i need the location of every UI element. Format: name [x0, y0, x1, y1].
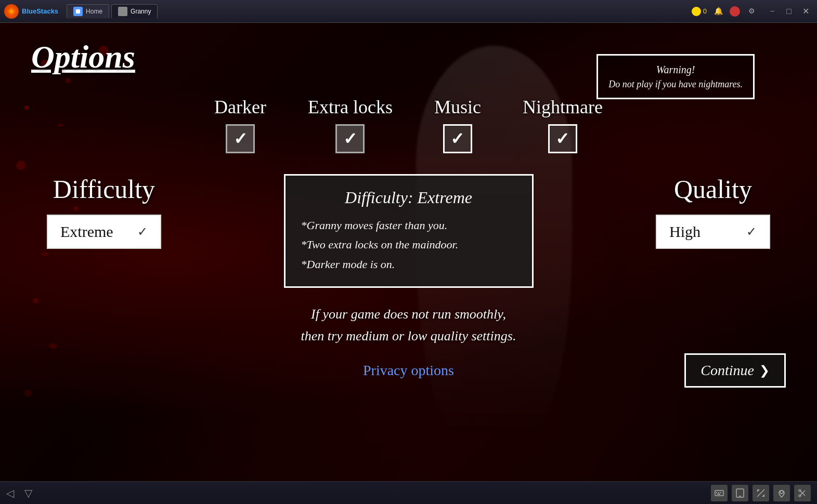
tablet-icon[interactable]	[732, 485, 748, 501]
keyboard-icon[interactable]	[711, 485, 728, 501]
record-icon[interactable]	[730, 6, 740, 17]
taskbar-icons	[711, 485, 811, 501]
brand-name: BlueStacks	[22, 7, 58, 15]
nightmare-label: Nightmare	[523, 96, 603, 118]
difficulty-arrow: ✓	[137, 224, 148, 239]
back-button[interactable]: ◁	[6, 487, 14, 499]
minimize-button[interactable]: −	[765, 4, 780, 19]
music-label: Music	[434, 96, 481, 118]
location-icon[interactable]	[773, 485, 790, 501]
tab-home-label: Home	[86, 8, 102, 15]
game-area: Options Warning! Do not play if you have…	[0, 23, 817, 481]
music-checkmark: ✓	[450, 129, 464, 149]
resize-icon[interactable]	[753, 485, 769, 501]
extra-locks-checkbox[interactable]: ✓	[335, 124, 365, 153]
difficulty-dropdown[interactable]: Extreme ✓	[47, 215, 161, 249]
checkboxes-row: Darker ✓ Extra locks ✓ Music ✓ Nightmare	[31, 96, 786, 153]
settings-icon[interactable]: ⚙	[746, 6, 757, 17]
continue-label: Continue	[701, 362, 754, 379]
tab-granny[interactable]: Granny	[111, 4, 158, 18]
warning-box: Warning! Do not play if you have nightma…	[596, 54, 755, 99]
bottom-section: Privacy options Continue ❯	[31, 362, 786, 379]
taskbar: ◁ ▽	[0, 481, 817, 504]
info-box: Difficulty: Extreme *Granny moves faster…	[284, 174, 534, 288]
continue-button[interactable]: Continue ❯	[684, 353, 786, 388]
maximize-button[interactable]: □	[782, 4, 796, 19]
music-checkbox[interactable]: ✓	[443, 124, 472, 153]
home-button[interactable]: ▽	[24, 487, 32, 499]
extra-locks-checkmark: ✓	[343, 129, 357, 149]
window-controls: − □ ✕	[765, 4, 813, 19]
quality-value: High	[669, 223, 736, 241]
toolbar-icons: 0 🔔 ⚙	[692, 6, 757, 17]
info-box-line1: *Granny moves faster than you.	[301, 216, 516, 235]
difficulty-section: Difficulty Extreme ✓	[31, 174, 177, 249]
close-button[interactable]: ✕	[798, 4, 813, 19]
home-tab-icon	[73, 7, 83, 16]
info-box-title: Difficulty: Extreme	[301, 188, 516, 207]
quality-dropdown[interactable]: High ✓	[656, 215, 770, 249]
svg-rect-9	[739, 496, 741, 497]
quality-section: Quality High ✓	[640, 174, 786, 249]
checkbox-extra-locks: Extra locks ✓	[308, 96, 393, 153]
checkbox-darker: Darker ✓	[214, 96, 266, 153]
nightmare-checkbox[interactable]: ✓	[548, 124, 577, 153]
svg-rect-6	[720, 492, 721, 493]
darker-checkbox[interactable]: ✓	[226, 124, 255, 153]
svg-rect-4	[716, 492, 717, 493]
svg-rect-5	[718, 492, 719, 493]
bluestacks-logo	[4, 4, 19, 19]
tab-home[interactable]: Home	[67, 4, 109, 18]
content-overlay: Options Warning! Do not play if you have…	[0, 23, 817, 481]
middle-section: Difficulty Extreme ✓ Difficulty: Extreme…	[31, 174, 786, 288]
svg-rect-2	[76, 9, 80, 14]
granny-tab-icon	[118, 7, 127, 16]
darker-label: Darker	[214, 96, 266, 118]
coin-display: 0	[692, 7, 707, 16]
hint-text: If your game does not run smoothly,then …	[31, 303, 786, 347]
quality-title: Quality	[674, 174, 752, 204]
warning-line1: Warning!	[608, 62, 743, 77]
difficulty-title: Difficulty	[53, 174, 155, 204]
taskbar-nav: ◁ ▽	[6, 487, 32, 499]
checkbox-nightmare: Nightmare ✓	[523, 96, 603, 153]
tab-granny-label: Granny	[131, 8, 151, 15]
notification-icon[interactable]: 🔔	[713, 6, 723, 17]
quality-arrow: ✓	[746, 224, 757, 239]
cut-icon[interactable]	[794, 485, 811, 501]
brand: BlueStacks	[4, 4, 58, 19]
coin-count: 0	[703, 7, 707, 15]
extra-locks-label: Extra locks	[308, 96, 393, 118]
warning-line2: Do not play if you have nightmares.	[608, 77, 743, 91]
info-box-line2: *Two extra locks on the maindoor.	[301, 235, 516, 254]
coin-icon	[692, 7, 701, 16]
nightmare-checkmark: ✓	[555, 129, 569, 149]
privacy-link[interactable]: Privacy options	[363, 362, 454, 379]
difficulty-value: Extreme	[60, 223, 127, 241]
info-box-line3: *Darker mode is on.	[301, 255, 516, 274]
darker-checkmark: ✓	[234, 129, 248, 149]
page-title: Options	[31, 38, 135, 75]
continue-arrow-icon: ❯	[759, 363, 770, 378]
checkbox-music: Music ✓	[434, 96, 481, 153]
svg-rect-7	[717, 494, 720, 495]
titlebar: BlueStacks Home Granny 0 🔔 ⚙ − □ ✕	[0, 0, 817, 23]
